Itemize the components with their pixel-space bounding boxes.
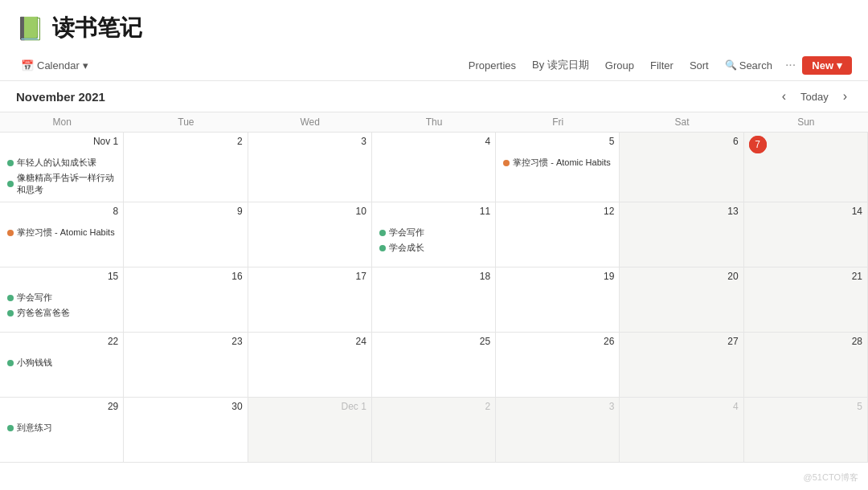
day-number: 21	[749, 271, 862, 288]
calendar-view-button[interactable]: 📅 Calendar ▾	[16, 57, 93, 74]
day-nov28[interactable]: 28	[744, 333, 868, 397]
day-header-tue: Tue	[124, 112, 248, 132]
day-nov14[interactable]: 14	[744, 202, 868, 267]
list-item[interactable]: 掌控习惯 - Atomic Habits	[5, 226, 118, 239]
day-number: 14	[749, 206, 862, 223]
day-number: 3	[501, 401, 614, 419]
day-nov20[interactable]: 20	[620, 267, 743, 332]
week-row-1: Nov 1 年轻人的认知成长课 像糖精高手告诉一样行动和思考 2 3 4 5 掌…	[0, 133, 868, 202]
sort-button[interactable]: Sort	[683, 56, 715, 75]
day-number: 12	[501, 206, 614, 223]
day-nov6[interactable]: 6	[620, 133, 743, 202]
day-nov29[interactable]: 29 到意练习	[0, 398, 124, 462]
day-nov21[interactable]: 21	[744, 267, 868, 332]
week-row-5: 29 到意练习 30 Dec 1 2 3 4 5	[0, 398, 868, 463]
day-nov24[interactable]: 24	[248, 333, 372, 397]
day-number: 2	[377, 401, 490, 419]
list-item[interactable]: 穷爸爸富爸爸	[5, 306, 118, 320]
list-item[interactable]: 小狗钱钱	[5, 356, 118, 370]
prev-month-button[interactable]: ‹	[777, 88, 791, 105]
filter-button[interactable]: Filter	[644, 56, 680, 75]
day-nov1[interactable]: Nov 1 年轻人的认知成长课 像糖精高手告诉一样行动和思考	[0, 133, 124, 202]
day-number: 16	[129, 271, 242, 288]
day-number: 9	[129, 206, 242, 223]
day-nov5[interactable]: 5 掌控习惯 - Atomic Habits	[496, 133, 620, 202]
new-label: New	[812, 59, 833, 71]
event-title: 掌控习惯 - Atomic Habits	[513, 157, 611, 169]
day-header-mon: Mon	[0, 112, 124, 132]
day-nov30[interactable]: 30	[124, 398, 248, 462]
day-header-fri: Fri	[496, 112, 620, 132]
day-dec1[interactable]: Dec 1	[248, 398, 372, 462]
day-nov10[interactable]: 10	[248, 202, 372, 267]
watermark: @51CTO博客	[804, 472, 858, 484]
day-nov25[interactable]: 25	[372, 333, 496, 397]
search-button[interactable]: 🔍 Search	[719, 56, 779, 75]
event-dot	[7, 310, 14, 316]
list-item[interactable]: 学会写作	[5, 291, 118, 304]
event-title: 穷爸爸富爸爸	[17, 307, 70, 319]
event-title: 小狗钱钱	[17, 357, 52, 369]
chevron-down-icon: ▾	[83, 59, 88, 71]
day-number: 10	[253, 206, 366, 223]
day-nov9[interactable]: 9	[124, 202, 248, 267]
list-item[interactable]: 掌控习惯 - Atomic Habits	[501, 156, 614, 169]
week-row-4: 22 小狗钱钱 23 24 25 26 27 28	[0, 333, 868, 398]
today-button[interactable]: Today	[794, 88, 835, 105]
event-dot	[503, 160, 510, 166]
day-number: 6	[624, 136, 738, 153]
list-item[interactable]: 学会成长	[377, 241, 490, 255]
day-nov7[interactable]: 7	[744, 133, 868, 202]
new-button[interactable]: New ▾	[802, 56, 852, 75]
list-item[interactable]: 到意练习	[5, 421, 118, 435]
day-nov17[interactable]: 17	[248, 267, 372, 332]
day-number: 5	[501, 136, 614, 153]
day-number: 18	[377, 271, 490, 288]
day-nov12[interactable]: 12	[496, 202, 620, 267]
day-nov3[interactable]: 3	[248, 133, 372, 202]
day-nov18[interactable]: 18	[372, 267, 496, 332]
day-nov16[interactable]: 16	[124, 267, 248, 332]
day-dec5[interactable]: 5	[744, 398, 868, 462]
day-nov8[interactable]: 8 掌控习惯 - Atomic Habits	[0, 202, 124, 267]
event-dot	[7, 230, 14, 236]
calendar-icon: 📅	[21, 59, 34, 71]
properties-button[interactable]: Properties	[462, 56, 522, 75]
day-number: 13	[624, 206, 738, 223]
day-header-sat: Sat	[620, 112, 743, 132]
day-nov23[interactable]: 23	[124, 333, 248, 397]
list-item[interactable]: 像糖精高手告诉一样行动和思考	[5, 171, 118, 197]
day-nov13[interactable]: 13	[620, 202, 743, 267]
group-button[interactable]: Group	[599, 56, 641, 75]
day-nov11[interactable]: 11 学会写作 学会成长	[372, 202, 496, 267]
event-dot	[379, 245, 386, 251]
day-header-thu: Thu	[372, 112, 496, 132]
list-item[interactable]: 年轻人的认知成长课	[5, 156, 118, 169]
day-number: 25	[377, 336, 490, 353]
day-nov22[interactable]: 22 小狗钱钱	[0, 333, 124, 397]
day-dec4[interactable]: 4	[620, 398, 743, 462]
search-icon: 🔍	[725, 59, 737, 71]
day-nov15[interactable]: 15 学会写作 穷爸爸富爸爸	[0, 267, 124, 332]
view-label: Calendar	[37, 59, 80, 71]
day-nov19[interactable]: 19	[496, 267, 620, 332]
new-dropdown-icon: ▾	[837, 59, 842, 71]
next-month-button[interactable]: ›	[838, 88, 852, 105]
day-dec2[interactable]: 2	[372, 398, 496, 462]
event-title: 学会成长	[389, 242, 424, 254]
by-date-button[interactable]: By 读完日期	[526, 55, 596, 76]
more-options-button[interactable]: ···	[782, 55, 799, 76]
day-dec3[interactable]: 3	[496, 398, 620, 462]
event-title: 像糖精高手告诉一样行动和思考	[17, 172, 116, 196]
day-number: 3	[253, 136, 366, 153]
day-nov4[interactable]: 4	[372, 133, 496, 202]
day-nov27[interactable]: 27	[620, 333, 743, 397]
list-item[interactable]: 学会写作	[377, 226, 490, 239]
day-nov2[interactable]: 2	[124, 133, 248, 202]
day-header-sun: Sun	[744, 112, 868, 132]
day-nov26[interactable]: 26	[496, 333, 620, 397]
calendar-grid: Mon Tue Wed Thu Fri Sat Sun Nov 1 年轻人的认知…	[0, 112, 868, 463]
event-dot	[379, 230, 386, 236]
toolbar-left: 📅 Calendar ▾	[16, 57, 93, 74]
event-dot	[7, 425, 14, 431]
